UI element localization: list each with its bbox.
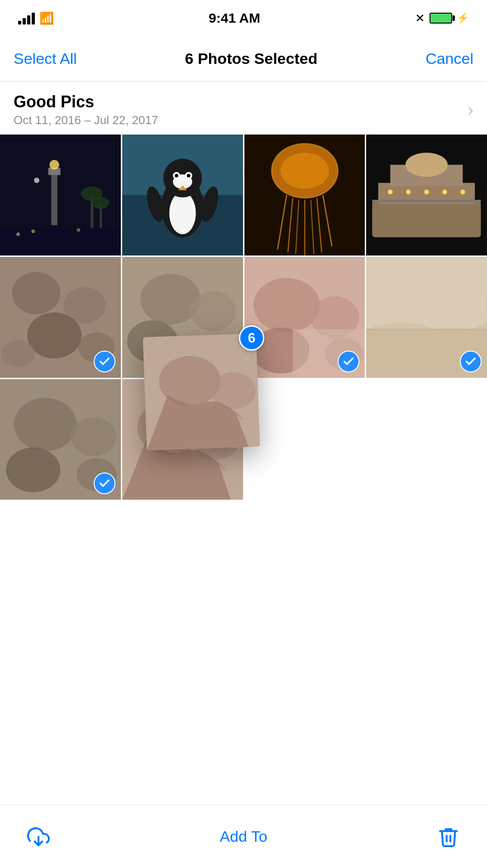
nav-bar: Select All 6 Photos Selected Cancel <box>0 36 487 82</box>
svg-point-44 <box>424 189 429 194</box>
svg-rect-1 <box>51 171 57 225</box>
battery-icon <box>430 13 452 24</box>
add-to-button[interactable]: Add To <box>220 828 267 845</box>
charging-icon: ⚡ <box>457 12 469 24</box>
bluetooth-icon: ✕ <box>415 11 425 25</box>
status-left: 📶 <box>18 11 54 25</box>
album-info: Good Pics Oct 11, 2016 – Jul 22, 2017 <box>14 92 158 127</box>
svg-point-53 <box>1 340 35 367</box>
svg-point-22 <box>175 174 178 178</box>
svg-point-46 <box>460 189 465 194</box>
svg-point-3 <box>49 160 59 169</box>
signal-icon <box>18 12 35 24</box>
album-name: Good Pics <box>14 92 158 111</box>
photo-cell-desert[interactable] <box>366 257 487 378</box>
delete-button[interactable] <box>437 825 460 848</box>
svg-point-7 <box>31 229 35 233</box>
selection-check-pink-rock <box>338 351 359 372</box>
selection-check-rock1 <box>94 351 115 372</box>
album-dates: Oct 11, 2016 – Jul 22, 2017 <box>14 113 158 127</box>
svg-point-60 <box>253 278 320 332</box>
status-bar: 📶 9:41 AM ✕ ⚡ <box>0 0 487 36</box>
svg-point-41 <box>406 153 448 177</box>
photo-cell-jellyfish[interactable] <box>244 135 365 256</box>
photo-cell-ship[interactable] <box>366 135 487 256</box>
wifi-icon: 📶 <box>39 11 54 25</box>
status-time: 9:41 AM <box>209 10 260 26</box>
svg-point-8 <box>76 228 80 232</box>
album-header[interactable]: Good Pics Oct 11, 2016 – Jul 22, 2017 › <box>0 82 487 135</box>
share-button[interactable] <box>27 825 50 848</box>
selection-check-desert <box>460 351 482 372</box>
svg-point-70 <box>71 417 116 456</box>
photo-cell-rock3[interactable] <box>0 379 121 500</box>
svg-rect-38 <box>372 201 481 237</box>
svg-point-49 <box>12 272 61 314</box>
select-all-button[interactable]: Select All <box>14 50 77 68</box>
photo-cell-penguin[interactable] <box>122 135 243 256</box>
svg-point-45 <box>442 189 447 194</box>
nav-title: 6 Photos Selected <box>185 50 318 68</box>
cancel-button[interactable]: Cancel <box>425 50 473 68</box>
bottom-toolbar: Add To <box>0 805 487 868</box>
svg-point-43 <box>406 189 411 194</box>
svg-point-12 <box>92 197 109 209</box>
svg-rect-65 <box>366 257 487 329</box>
svg-rect-47 <box>372 200 481 202</box>
photo-cell-pink-rock[interactable] <box>244 257 365 378</box>
svg-point-16 <box>169 192 196 234</box>
status-right: ✕ ⚡ <box>415 11 469 25</box>
svg-point-42 <box>388 189 393 194</box>
dragging-photo: 6 <box>143 333 260 451</box>
chevron-right-icon: › <box>468 100 473 120</box>
svg-point-71 <box>6 447 60 492</box>
svg-point-51 <box>27 312 81 358</box>
photo-cell-rock1[interactable] <box>0 257 121 378</box>
svg-point-6 <box>16 232 20 236</box>
svg-point-28 <box>281 153 329 189</box>
svg-rect-5 <box>0 228 121 256</box>
svg-point-56 <box>190 291 235 331</box>
photo-cell-lighthouse[interactable] <box>0 135 121 256</box>
svg-point-23 <box>186 174 190 178</box>
selection-check-rock3 <box>94 473 115 494</box>
svg-point-69 <box>14 398 77 451</box>
